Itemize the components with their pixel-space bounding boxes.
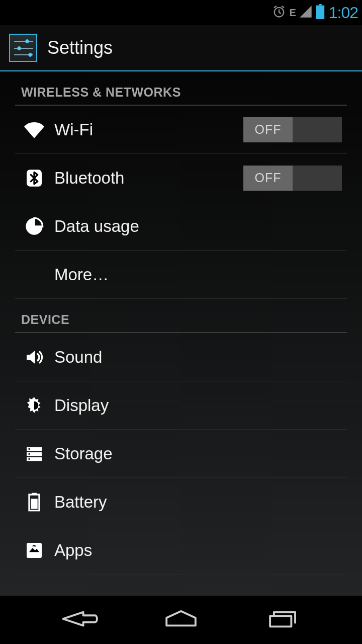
row-more[interactable]: More… bbox=[15, 251, 347, 299]
more-label: More… bbox=[53, 265, 347, 284]
svg-rect-2 bbox=[316, 6, 324, 19]
bluetooth-switch[interactable]: OFF bbox=[243, 166, 342, 191]
svg-point-7 bbox=[28, 448, 30, 449]
svg-point-8 bbox=[28, 453, 30, 454]
storage-label: Storage bbox=[53, 444, 347, 463]
sound-icon bbox=[15, 347, 53, 367]
wifi-icon bbox=[15, 120, 53, 140]
row-sound[interactable]: Sound bbox=[15, 333, 347, 381]
edge-network-icon: E bbox=[289, 7, 295, 19]
clock-time: 1:02 bbox=[329, 4, 358, 22]
row-apps[interactable]: Apps bbox=[15, 526, 347, 575]
svg-rect-1 bbox=[319, 4, 321, 6]
bluetooth-label: Bluetooth bbox=[53, 169, 243, 188]
svg-rect-15 bbox=[270, 616, 291, 626]
bluetooth-icon bbox=[15, 168, 53, 188]
svg-point-9 bbox=[28, 458, 30, 459]
bluetooth-switch-text: OFF bbox=[243, 166, 293, 191]
recent-apps-button[interactable] bbox=[259, 608, 308, 632]
data-usage-label: Data usage bbox=[53, 217, 347, 236]
battery-icon bbox=[316, 4, 325, 21]
row-bluetooth[interactable]: Bluetooth OFF bbox=[15, 154, 347, 202]
cell-signal-icon bbox=[299, 5, 313, 21]
battery-label: Battery bbox=[53, 493, 347, 512]
wifi-switch-text: OFF bbox=[243, 117, 293, 142]
row-battery[interactable]: Battery bbox=[15, 478, 347, 526]
svg-rect-12 bbox=[31, 499, 37, 509]
apps-label: Apps bbox=[53, 541, 347, 560]
home-button[interactable] bbox=[157, 608, 205, 632]
display-label: Display bbox=[53, 396, 347, 415]
storage-icon bbox=[15, 444, 53, 464]
data-usage-icon bbox=[15, 216, 53, 236]
navigation-bar bbox=[0, 596, 362, 644]
battery-row-icon bbox=[15, 492, 53, 512]
row-display[interactable]: Display bbox=[15, 381, 347, 430]
action-bar: Settings bbox=[0, 25, 362, 71]
settings-list[interactable]: WIRELESS & NETWORKS Wi-Fi OFF Bluetooth … bbox=[0, 71, 362, 596]
row-wifi[interactable]: Wi-Fi OFF bbox=[15, 106, 347, 154]
sound-label: Sound bbox=[53, 348, 347, 367]
settings-app-icon bbox=[9, 34, 37, 62]
alarm-clock-icon bbox=[272, 5, 286, 21]
display-icon bbox=[15, 395, 53, 416]
back-button[interactable] bbox=[54, 608, 103, 632]
section-wireless-header: WIRELESS & NETWORKS bbox=[15, 71, 347, 106]
apps-icon bbox=[15, 540, 53, 560]
row-data-usage[interactable]: Data usage bbox=[15, 202, 347, 251]
status-bar: E 1:02 bbox=[0, 0, 362, 25]
page-title: Settings bbox=[47, 37, 113, 58]
wifi-label: Wi-Fi bbox=[53, 120, 243, 139]
row-storage[interactable]: Storage bbox=[15, 430, 347, 478]
section-device-header: DEVICE bbox=[15, 299, 347, 333]
wifi-switch[interactable]: OFF bbox=[243, 117, 342, 142]
